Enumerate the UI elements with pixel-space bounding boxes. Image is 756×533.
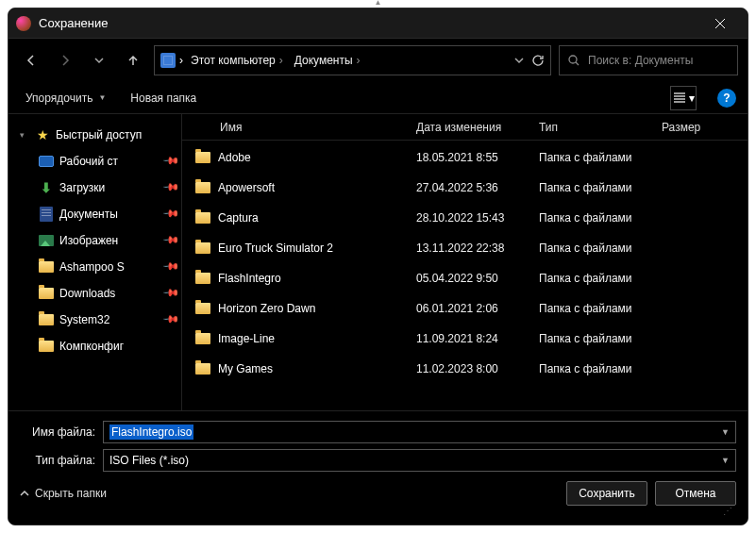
file-type: Папка с файлами (539, 181, 662, 194)
sidebar-item-label: Рабочий ст (59, 155, 159, 168)
sidebar: ▾ ★ Быстрый доступ Рабочий ст📌⬇Загрузки📌… (8, 114, 182, 410)
address-bar[interactable]: › Этот компьютер› Документы› (154, 45, 551, 75)
file-type: Папка с файлами (539, 332, 662, 345)
chevron-right-icon: › (357, 54, 361, 67)
sidebar-item-label: Компконфиг (59, 340, 159, 353)
file-date: 05.04.2022 9:50 (416, 272, 539, 285)
svg-point-0 (569, 56, 577, 63)
chevron-down-icon: ▾ (689, 92, 695, 105)
refresh-icon (531, 54, 545, 67)
pin-icon: 📌 (162, 283, 182, 304)
chevron-down-icon[interactable]: ▼ (721, 456, 730, 465)
file-pane: ▲Имя Дата изменения Тип Размер Adobe18.0… (182, 114, 748, 410)
fld-icon (39, 339, 54, 354)
breadcrumb-current[interactable]: Документы› (291, 52, 364, 69)
folder-icon (195, 303, 210, 314)
back-button[interactable] (18, 47, 44, 74)
chevron-right-icon: › (179, 54, 183, 67)
organize-button[interactable]: Упорядочить▼ (20, 88, 111, 108)
help-button[interactable]: ? (717, 89, 736, 108)
column-date[interactable]: Дата изменения (416, 121, 539, 134)
up-button[interactable] (120, 47, 146, 74)
cancel-button[interactable]: Отмена (655, 481, 736, 506)
table-row[interactable]: FlashIntegro05.04.2022 9:50Папка с файла… (182, 263, 748, 293)
desk-icon (39, 154, 54, 169)
breadcrumb-label: Документы (294, 54, 353, 67)
pin-icon: 📌 (162, 151, 182, 172)
view-button[interactable]: ▾ (670, 86, 697, 110)
filetype-select[interactable]: ISO Files (*.iso) ▼ (103, 449, 736, 472)
hide-folders-button[interactable]: Скрыть папки (20, 487, 107, 500)
titlebar: Сохранение (8, 8, 748, 39)
table-row[interactable]: Adobe18.05.2021 8:55Папка с файлами (182, 142, 748, 173)
collapse-icon[interactable]: ▾ (20, 130, 29, 140)
sidebar-item-label: Downloads (59, 287, 159, 300)
sidebar-item-label: Документы (59, 208, 159, 221)
filetype-row: Тип файла: ISO Files (*.iso) ▼ (20, 449, 736, 472)
table-row[interactable]: Apowersoft27.04.2022 5:36Папка с файлами (182, 173, 748, 203)
new-folder-button[interactable]: Новая папка (125, 88, 202, 108)
sidebar-item-label: System32 (59, 313, 159, 326)
arrow-up-icon (126, 54, 140, 67)
forward-button[interactable] (52, 47, 78, 74)
close-button[interactable] (700, 8, 740, 39)
column-name[interactable]: ▲Имя (195, 121, 416, 134)
table-row[interactable]: Image-Line11.09.2021 8:24Папка с файлами (182, 324, 748, 354)
toolbar: Упорядочить▼ Новая папка ▾ ? (8, 82, 748, 114)
sidebar-quick-access[interactable]: ▾ ★ Быстрый доступ (8, 122, 181, 148)
filetype-value: ISO Files (*.iso) (109, 454, 189, 467)
sidebar-item[interactable]: Компконфиг (8, 333, 181, 359)
chevron-down-icon (514, 56, 524, 65)
folder-icon (195, 152, 210, 163)
chevron-up-icon (20, 489, 29, 498)
column-size[interactable]: Размер (662, 121, 728, 134)
sidebar-item-label: Загрузки (59, 181, 159, 194)
sidebar-item[interactable]: Изображен📌 (8, 227, 181, 254)
table-row[interactable]: Captura28.10.2022 15:43Папка с файлами (182, 203, 748, 233)
folder-icon (195, 242, 210, 254)
recent-button[interactable] (86, 47, 112, 74)
fld-icon (39, 286, 54, 301)
filename-input[interactable]: FlashIntegro.iso ▼ (103, 421, 736, 443)
table-row[interactable]: My Games11.02.2023 8:00Папка с файлами (182, 354, 748, 384)
file-type: Папка с файлами (539, 211, 662, 225)
save-button[interactable]: Сохранить (566, 481, 647, 506)
sidebar-item-label: Ashampoo S (59, 260, 159, 274)
file-type: Папка с файлами (539, 272, 662, 285)
sidebar-item[interactable]: System32📌 (8, 307, 181, 333)
sidebar-item[interactable]: Downloads📌 (8, 280, 181, 307)
sidebar-item[interactable]: Рабочий ст📌 (8, 148, 181, 175)
arrow-right-icon (59, 54, 72, 67)
close-icon (714, 18, 726, 29)
file-name: My Games (218, 362, 273, 375)
breadcrumb-root[interactable]: Этот компьютер› (187, 52, 287, 69)
sidebar-item[interactable]: Ashampoo S📌 (8, 254, 181, 280)
search-input[interactable]: Поиск в: Документы (559, 45, 738, 75)
table-row[interactable]: Euro Truck Simulator 213.11.2022 22:38Па… (182, 233, 748, 263)
sidebar-item[interactable]: Документы📌 (8, 201, 181, 227)
folder-icon (195, 182, 210, 193)
address-dropdown[interactable] (514, 56, 524, 65)
file-name: Image-Line (218, 332, 275, 345)
resize-grip[interactable]: ⋰ (20, 506, 736, 517)
table-row[interactable]: Horizon Zero Dawn06.01.2021 2:06Папка с … (182, 293, 748, 324)
search-placeholder: Поиск в: Документы (588, 54, 694, 67)
file-date: 18.05.2021 8:55 (416, 151, 539, 164)
chevron-right-icon: › (279, 54, 283, 67)
chevron-down-icon[interactable]: ▼ (721, 427, 730, 437)
pin-icon: 📌 (162, 257, 182, 277)
refresh-button[interactable] (531, 54, 545, 67)
file-date: 06.01.2021 2:06 (416, 302, 539, 315)
fld-icon (39, 312, 54, 327)
file-name: FlashIntegro (218, 272, 281, 285)
filetype-label: Тип файла: (20, 454, 103, 467)
body: ▾ ★ Быстрый доступ Рабочий ст📌⬇Загрузки📌… (8, 114, 748, 410)
file-name: Horizon Zero Dawn (218, 302, 315, 315)
window-title: Сохранение (39, 16, 700, 30)
column-type[interactable]: Тип (539, 121, 662, 134)
bottom-panel: Имя файла: FlashIntegro.iso ▼ Тип файла:… (8, 410, 748, 525)
fld-icon (39, 259, 54, 275)
sidebar-item[interactable]: ⬇Загрузки📌 (8, 175, 181, 201)
chevron-down-icon: ▼ (98, 93, 106, 102)
footer: Скрыть папки Сохранить Отмена (20, 481, 736, 506)
